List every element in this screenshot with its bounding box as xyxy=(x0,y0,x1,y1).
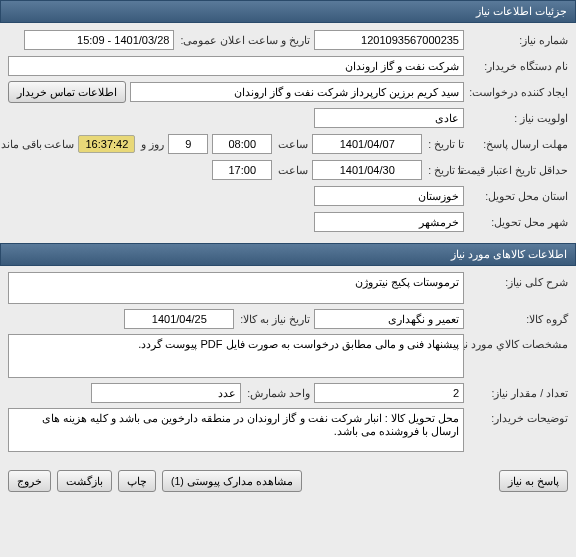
price-date-field[interactable] xyxy=(312,160,422,180)
label-price-validity: حداقل تاریخ اعتبار قیمت: xyxy=(468,164,568,176)
exit-button[interactable]: خروج xyxy=(8,470,51,492)
contact-info-button[interactable]: اطلاعات تماس خریدار xyxy=(8,81,126,103)
city-field[interactable] xyxy=(314,212,464,232)
spacer xyxy=(308,470,494,492)
need-desc-field[interactable] xyxy=(8,272,464,304)
label-province: استان محل تحویل: xyxy=(468,190,568,202)
panel-header-1: جزئیات اطلاعات نیاز xyxy=(0,0,576,23)
label-need-date: تاریخ نیاز به کالا: xyxy=(238,313,310,325)
label-reply-deadline: مهلت ارسال پاسخ: xyxy=(468,138,568,150)
label-to-date-2: تا تاریخ : xyxy=(426,164,464,176)
attachments-button[interactable]: مشاهده مدارک پیوستی (1) xyxy=(162,470,302,492)
announce-dt-field[interactable] xyxy=(24,30,174,50)
action-bar: خروج بازگشت چاپ مشاهده مدارک پیوستی (1) … xyxy=(0,462,576,500)
label-need-desc: شرح کلی نیاز: xyxy=(468,272,568,288)
back-button[interactable]: بازگشت xyxy=(57,470,112,492)
label-days-and: روز و xyxy=(139,138,164,150)
label-city: شهر محل تحویل: xyxy=(468,216,568,228)
label-buyer-notes: توضیحات خریدار: xyxy=(468,408,568,424)
province-field[interactable] xyxy=(314,186,464,206)
days-left-field xyxy=(168,134,208,154)
label-goods-group: گروه کالا: xyxy=(468,313,568,325)
reply-date-field[interactable] xyxy=(312,134,422,154)
label-requester: ایجاد کننده درخواست: xyxy=(468,86,568,98)
label-goods-spec: مشخصات کالاي مورد نیاز: xyxy=(468,334,568,350)
goods-spec-field[interactable] xyxy=(8,334,464,378)
qty-field[interactable] xyxy=(314,383,464,403)
buyer-field[interactable] xyxy=(8,56,464,76)
label-priority: اولویت نیاز : xyxy=(468,112,568,124)
reply-time-field[interactable] xyxy=(212,134,272,154)
goods-panel: اطلاعات کالاهای مورد نیاز شرح کلی نیاز: … xyxy=(0,243,576,462)
label-announce-dt: تاریخ و ساعت اعلان عمومی: xyxy=(178,34,310,46)
label-buyer: نام دستگاه خریدار: xyxy=(468,60,568,72)
price-time-field[interactable] xyxy=(212,160,272,180)
need-date-field[interactable] xyxy=(124,309,234,329)
reply-button[interactable]: پاسخ به نیاز xyxy=(499,470,568,492)
label-qty: تعداد / مقدار نیاز: xyxy=(468,387,568,399)
label-at-time-1: ساعت xyxy=(276,138,308,150)
panel-header-2: اطلاعات کالاهای مورد نیاز xyxy=(0,243,576,266)
print-button[interactable]: چاپ xyxy=(118,470,156,492)
label-hours-left: ساعت باقی مانده xyxy=(0,138,74,150)
goods-group-field[interactable] xyxy=(314,309,464,329)
label-need-no: شماره نیاز: xyxy=(468,34,568,46)
unit-field[interactable] xyxy=(91,383,241,403)
priority-field[interactable] xyxy=(314,108,464,128)
need-details-panel: جزئیات اطلاعات نیاز شماره نیاز: تاریخ و … xyxy=(0,0,576,243)
requester-field[interactable] xyxy=(130,82,464,102)
countdown-badge: 16:37:42 xyxy=(78,135,135,153)
label-at-time-2: ساعت xyxy=(276,164,308,176)
need-no-field[interactable] xyxy=(314,30,464,50)
buyer-notes-field[interactable] xyxy=(8,408,464,452)
label-to-date-1: تا تاریخ : xyxy=(426,138,464,150)
label-unit: واحد شمارش: xyxy=(245,387,310,399)
